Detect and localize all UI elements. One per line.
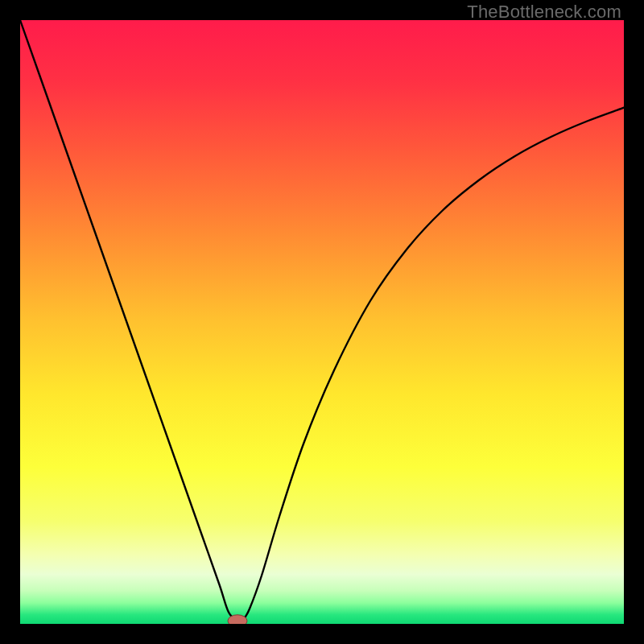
bottleneck-chart [20, 20, 624, 624]
watermark-text: TheBottleneck.com [467, 2, 621, 23]
minimum-marker [228, 615, 247, 624]
gradient-background [20, 20, 624, 624]
chart-frame [20, 20, 624, 624]
